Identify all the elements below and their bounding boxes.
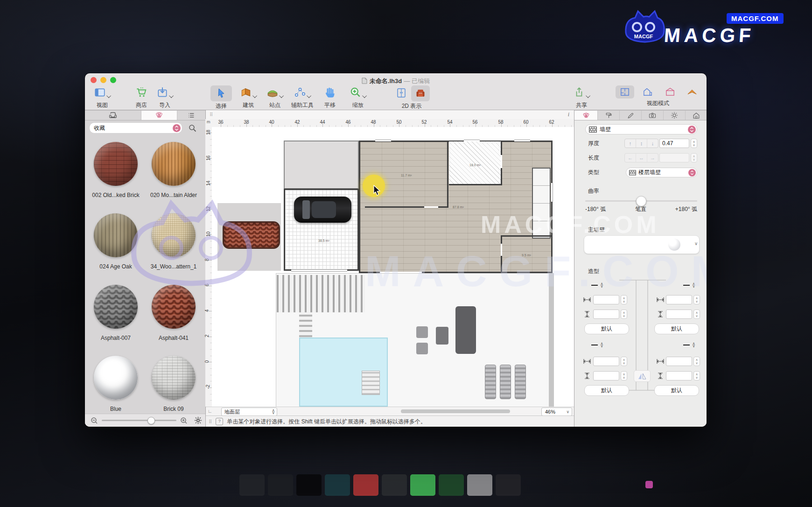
profile-bottom-left-default-button[interactable]: 默认 <box>584 385 629 396</box>
lounger[interactable] <box>485 365 496 399</box>
texture-swatch[interactable]: Brick 09 <box>145 356 203 412</box>
2d-outline-style-button[interactable] <box>393 85 409 101</box>
profile-top-left-line-select[interactable]: ∧∨ <box>587 281 608 289</box>
align-middle-icon[interactable]: ↔ <box>636 154 647 162</box>
side-wall[interactable] <box>549 273 554 407</box>
zoom-out-icon[interactable] <box>91 417 98 424</box>
profile-bottom-right-width-input[interactable] <box>666 357 692 366</box>
window[interactable] <box>375 140 391 141</box>
porch[interactable] <box>284 141 359 189</box>
texture-thumbnail-asphalt-gray[interactable] <box>94 285 138 329</box>
main-wall-material-well[interactable]: ∨ <box>584 235 700 254</box>
toolbar-aux-tools[interactable]: 辅助工具 <box>286 86 319 109</box>
dropdown-chevrons-icon[interactable] <box>688 169 696 176</box>
thumbnail-size-slider-handle[interactable] <box>147 417 155 424</box>
sofa[interactable] <box>455 306 476 354</box>
texture-thumbnail-asphalt-red[interactable] <box>152 285 196 329</box>
thickness-input[interactable] <box>659 139 689 148</box>
dropdown-chevrons-icon[interactable] <box>688 126 696 134</box>
material-sphere-white[interactable] <box>668 239 680 251</box>
view-mode-3d-button[interactable] <box>639 85 656 99</box>
tab-edit[interactable] <box>620 111 642 120</box>
align-bottom-icon[interactable]: ↓ <box>647 139 658 148</box>
floor-selector[interactable]: 地面层 ∧∨ <box>221 408 277 416</box>
mirror-profile-button[interactable] <box>634 370 651 382</box>
garage-door[interactable] <box>291 269 347 272</box>
curvature-slider-handle[interactable] <box>636 196 646 206</box>
2d-realistic-style-button[interactable] <box>411 85 430 101</box>
tab-camera[interactable] <box>642 111 664 120</box>
align-center-icon[interactable]: ↕ <box>636 139 647 148</box>
profile-bottom-right-width-stepper[interactable]: ∧∨ <box>693 357 700 366</box>
texture-swatch[interactable]: Asphalt-007 <box>87 285 145 341</box>
tab-list[interactable] <box>177 111 205 120</box>
zoom-in-icon[interactable] <box>180 417 188 424</box>
thickness-stepper[interactable]: ∧∨ <box>691 139 697 148</box>
profile-top-right-width-input[interactable] <box>666 295 692 304</box>
texture-thumbnail-weave[interactable] <box>152 213 196 257</box>
texture-swatch[interactable]: 002 Old...ked Brick <box>87 142 145 198</box>
profile-bottom-left-line-select[interactable]: ∧∨ <box>587 341 608 349</box>
lounger[interactable] <box>515 365 526 399</box>
texture-thumbnail-brick[interactable] <box>94 142 138 186</box>
drag-handle-icon[interactable]: ⠿ <box>209 419 212 424</box>
view-mode-elevation-button[interactable] <box>662 85 679 99</box>
red-car[interactable] <box>223 221 280 249</box>
profile-top-left-height-stepper[interactable]: ∧∨ <box>621 310 627 319</box>
dropdown-chevrons-icon[interactable] <box>173 124 181 132</box>
toolbar-zoom[interactable]: 缩放 <box>344 86 371 109</box>
info-icon[interactable]: i <box>568 111 569 118</box>
zoom-level-selector[interactable]: 46% ∨ <box>541 408 572 416</box>
help-icon[interactable]: ? <box>216 418 223 425</box>
tab-lighting[interactable] <box>664 111 686 120</box>
texture-swatch[interactable]: 34_Woo...attern_1 <box>145 213 203 270</box>
toolbar-pan[interactable]: 平移 <box>318 86 342 109</box>
align-top-icon[interactable]: ↑ <box>625 139 636 148</box>
texture-swatch[interactable]: 020 Mo...tain Alder <box>145 142 203 198</box>
profile-bottom-right-height-input[interactable] <box>666 371 692 380</box>
length-align-buttons[interactable]: ←↔→ <box>624 153 658 162</box>
collection-dropdown[interactable]: 收藏 <box>89 122 182 134</box>
profile-top-left-default-button[interactable]: 默认 <box>584 324 629 334</box>
tab-materials[interactable] <box>141 111 177 120</box>
drag-handle-icon[interactable]: ⠿ <box>210 112 213 117</box>
deck-slats[interactable] <box>277 275 365 312</box>
toolbar-share[interactable]: 共享 <box>568 86 595 109</box>
profile-top-left-width-stepper[interactable]: ∧∨ <box>621 295 627 304</box>
toolbar-building[interactable]: 建筑 <box>235 86 261 109</box>
thumbnail-size-slider[interactable] <box>102 420 176 421</box>
material-sphere-blue[interactable] <box>683 239 695 251</box>
texture-thumbnail-white-brick[interactable] <box>152 356 196 400</box>
view-mode-roof-button[interactable] <box>684 85 700 99</box>
window[interactable] <box>464 140 480 141</box>
element-dropdown[interactable]: 墙壁 <box>585 124 697 134</box>
profile-bottom-right-line-select[interactable]: ∧∨ <box>679 341 700 349</box>
profile-top-right-height-stepper[interactable]: ∧∨ <box>693 310 700 319</box>
gear-icon[interactable] <box>194 416 202 424</box>
texture-thumbnail-wood[interactable] <box>152 142 196 186</box>
profile-bottom-right-height-stepper[interactable]: ∧∨ <box>693 371 700 380</box>
chair[interactable] <box>416 343 428 354</box>
toolbar-import[interactable]: 导入 <box>150 86 179 109</box>
wall-type-dropdown[interactable]: 楼层墙壁 <box>626 168 697 177</box>
texture-swatch[interactable]: Asphalt-041 <box>145 285 203 341</box>
profile-bottom-left-height-stepper[interactable]: ∧∨ <box>621 371 627 380</box>
view-mode-floorplan-button[interactable] <box>616 85 634 99</box>
tab-object-properties[interactable] <box>574 111 598 120</box>
profile-top-left-height-input[interactable] <box>593 310 619 319</box>
closet[interactable] <box>532 168 551 239</box>
align-right-icon[interactable]: → <box>647 154 658 162</box>
tab-building-props[interactable] <box>686 111 707 120</box>
stepper-icon[interactable]: ∧∨ <box>272 409 277 414</box>
align-left-icon[interactable]: ← <box>625 154 636 162</box>
length-input[interactable] <box>659 153 689 162</box>
length-stepper[interactable]: ∧∨ <box>691 153 697 162</box>
profile-top-right-default-button[interactable]: 默认 <box>654 324 699 334</box>
profile-bottom-left-width-stepper[interactable]: ∧∨ <box>621 357 627 366</box>
tab-furniture[interactable] <box>85 111 141 120</box>
toolbar-select[interactable]: 选择 <box>208 85 234 110</box>
black-car[interactable] <box>294 197 351 223</box>
texture-thumbnail-glossy[interactable] <box>94 356 138 400</box>
profile-top-right-height-input[interactable] <box>666 310 692 319</box>
window[interactable] <box>514 140 530 141</box>
